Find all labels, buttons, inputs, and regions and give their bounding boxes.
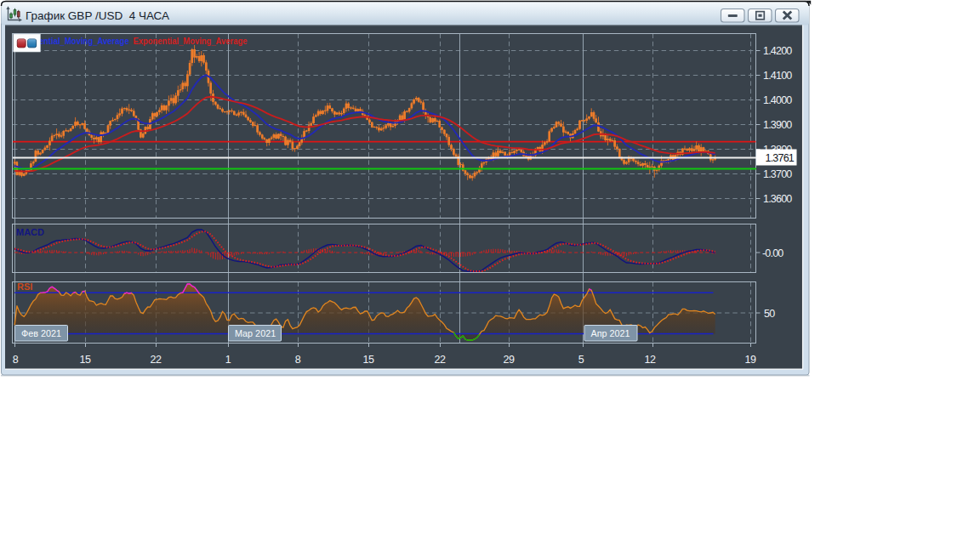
svg-text:1.3700: 1.3700 bbox=[763, 168, 792, 180]
svg-text:22: 22 bbox=[151, 354, 162, 366]
svg-text:15: 15 bbox=[80, 354, 91, 366]
svg-text:1.3761: 1.3761 bbox=[766, 152, 795, 164]
svg-text:19: 19 bbox=[745, 354, 756, 366]
svg-text:-0.00: -0.00 bbox=[762, 247, 783, 259]
svg-text:15: 15 bbox=[363, 354, 374, 366]
svg-text:Фев 2021: Фев 2021 bbox=[21, 328, 61, 338]
svg-text:12: 12 bbox=[645, 354, 656, 366]
svg-text:8: 8 bbox=[295, 354, 301, 366]
svg-text:1: 1 bbox=[225, 354, 231, 366]
svg-text:1.3900: 1.3900 bbox=[763, 119, 792, 131]
svg-text:8: 8 bbox=[13, 354, 19, 366]
svg-text:Exponential_Moving_Average: Exponential_Moving_Average bbox=[134, 37, 248, 46]
svg-text:1.3600: 1.3600 bbox=[763, 193, 792, 205]
svg-text:Мар 2021: Мар 2021 bbox=[235, 328, 276, 338]
svg-text:График GBP /USD 4 ЧАСА: График GBP /USD 4 ЧАСА bbox=[26, 9, 169, 22]
svg-text:5: 5 bbox=[578, 354, 584, 366]
svg-text:Апр 2021: Апр 2021 bbox=[591, 328, 630, 338]
svg-text:1.4100: 1.4100 bbox=[763, 70, 792, 82]
svg-text:MACD: MACD bbox=[16, 227, 44, 237]
svg-text:22: 22 bbox=[435, 354, 446, 366]
svg-text:RSI: RSI bbox=[17, 281, 32, 292]
svg-text:1.4000: 1.4000 bbox=[763, 94, 792, 106]
svg-text:50: 50 bbox=[764, 308, 775, 320]
svg-text:1.4200: 1.4200 bbox=[763, 45, 792, 57]
svg-text:29: 29 bbox=[504, 354, 515, 366]
